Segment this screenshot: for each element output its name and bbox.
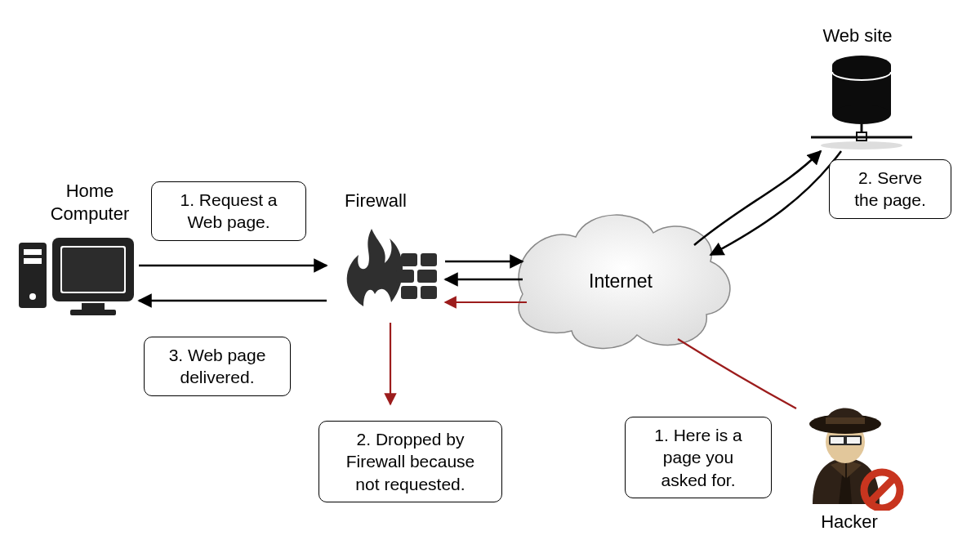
hacker-label: Hacker — [808, 511, 890, 533]
svg-rect-7 — [82, 303, 105, 310]
website-icon — [804, 49, 919, 151]
firewall-label: Firewall — [335, 190, 416, 212]
svg-rect-14 — [421, 286, 437, 299]
website-label: Web site — [808, 25, 906, 47]
callout-serve-page: 2. Servethe page. — [829, 159, 951, 219]
svg-rect-10 — [421, 253, 437, 266]
computer-icon — [16, 233, 139, 319]
svg-point-3 — [29, 293, 36, 300]
internet-label: Internet — [580, 270, 662, 293]
svg-rect-24 — [831, 437, 844, 444]
svg-rect-1 — [24, 249, 42, 255]
svg-rect-25 — [847, 437, 860, 444]
svg-point-17 — [832, 105, 891, 124]
svg-rect-11 — [396, 270, 414, 283]
svg-rect-9 — [401, 253, 417, 266]
firewall-icon — [331, 221, 441, 319]
svg-rect-2 — [24, 258, 42, 264]
svg-rect-12 — [417, 270, 437, 283]
svg-rect-27 — [826, 417, 865, 424]
svg-rect-13 — [401, 286, 417, 299]
hacker-icon — [788, 388, 911, 511]
svg-point-21 — [821, 141, 902, 150]
computer-label: HomeComputer — [33, 180, 147, 225]
callout-hacker-message: 1. Here is apage youasked for. — [625, 417, 772, 498]
callout-request-page: 1. Request aWeb page. — [151, 181, 306, 241]
arrow-to-website — [694, 151, 821, 245]
svg-rect-8 — [70, 310, 116, 315]
callout-dropped: 2. Dropped byFirewall becausenot request… — [318, 421, 502, 502]
callout-page-delivered: 3. Web pagedelivered. — [144, 337, 291, 396]
arrow-hacker-to-internet — [678, 339, 796, 408]
arrow-from-website — [710, 151, 841, 255]
svg-rect-6 — [62, 248, 124, 292]
